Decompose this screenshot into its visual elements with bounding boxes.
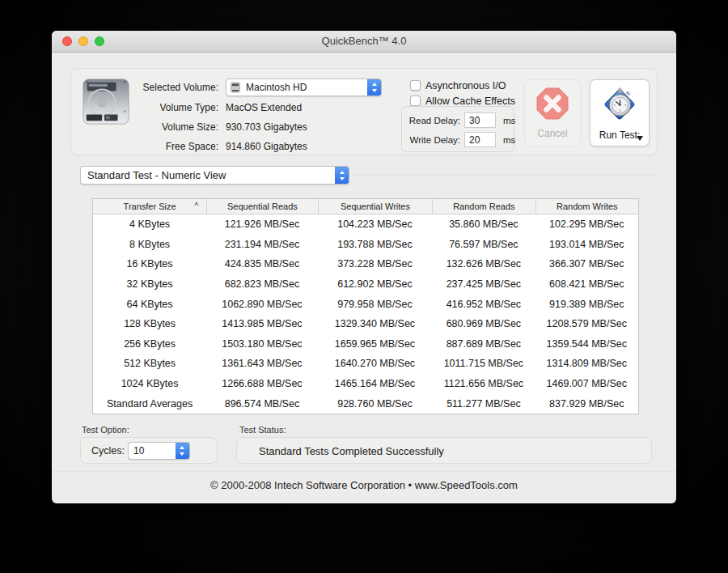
selected-volume-value: Macintosh HD xyxy=(241,82,367,93)
copyright-text: © 2000-2008 Intech Software Corporation … xyxy=(52,479,676,491)
run-test-dropdown-icon[interactable] xyxy=(637,136,643,141)
transfer-size-cell: 8 KBytes xyxy=(93,235,206,255)
table-row[interactable]: 1024 KBytes 1266.688 MB/Sec 1465.164 MB/… xyxy=(93,374,638,394)
sequential-reads-cell: 1062.890 MB/Sec xyxy=(206,294,317,314)
async-io-checkbox-row: Asynchronous I/O xyxy=(410,78,506,93)
sequential-reads-cell: 121.926 MB/Sec xyxy=(206,214,317,235)
random-reads-cell: 680.969 MB/Sec xyxy=(432,314,535,334)
free-space-label: Free Space: xyxy=(71,141,218,152)
random-writes-cell: 102.295 MB/Sec xyxy=(535,214,638,235)
divider xyxy=(52,471,676,472)
write-delay-input[interactable] xyxy=(464,132,496,147)
run-test-button-label: Run Test: xyxy=(599,129,640,141)
table-row[interactable]: 256 KBytes 1503.180 MB/Sec 1659.965 MB/S… xyxy=(93,334,638,354)
sequential-writes-cell: 1329.340 MB/Sec xyxy=(318,314,433,334)
column-header-sequential-reads[interactable]: Sequential Reads xyxy=(206,199,317,214)
random-reads-cell: 35.860 MB/Sec xyxy=(432,214,535,235)
random-writes-cell: 366.307 MB/Sec xyxy=(535,254,638,274)
sequential-reads-cell: 1413.985 MB/Sec xyxy=(206,314,317,334)
read-delay-label: Read Delay: xyxy=(402,116,460,125)
sequential-reads-cell: 424.835 MB/Sec xyxy=(206,254,317,274)
sequential-reads-cell: 682.823 MB/Sec xyxy=(206,274,317,295)
sequential-reads-cell: 231.194 MB/Sec xyxy=(206,235,317,255)
table-row[interactable]: 64 KBytes 1062.890 MB/Sec 979.958 MB/Sec… xyxy=(93,294,638,314)
table-header-row: Transfer Size ^ Sequential Reads Sequent… xyxy=(93,199,638,214)
column-header-transfer-size[interactable]: Transfer Size ^ xyxy=(93,199,206,214)
window-title: QuickBench™ 4.0 xyxy=(52,31,676,52)
write-delay-unit: ms xyxy=(503,135,515,145)
table-row[interactable]: 512 KBytes 1361.643 MB/Sec 1640.270 MB/S… xyxy=(93,354,638,374)
random-reads-cell: 1121.656 MB/Sec xyxy=(432,374,535,394)
stopwatch-icon xyxy=(601,86,638,126)
run-test-button[interactable]: Run Test: xyxy=(590,79,650,146)
column-header-random-reads[interactable]: Random Reads xyxy=(432,199,535,214)
random-reads-cell: 1011.715 MB/Sec xyxy=(432,354,535,374)
cancel-button[interactable]: Cancel xyxy=(524,79,581,146)
sequential-reads-cell: 1266.688 MB/Sec xyxy=(206,374,317,394)
sequential-writes-cell: 612.902 MB/Sec xyxy=(318,274,433,295)
random-writes-cell: 1469.007 MB/Sec xyxy=(535,374,638,394)
test-status-message: Standard Tests Completed Successfully xyxy=(259,438,444,465)
popup-stepper-icon xyxy=(335,167,349,184)
random-writes-cell: 1314.809 MB/Sec xyxy=(535,354,638,374)
transfer-size-cell: 32 KBytes xyxy=(93,274,206,295)
sequential-writes-cell: 104.223 MB/Sec xyxy=(318,214,433,235)
close-window-button[interactable] xyxy=(62,36,72,46)
test-status-section-label: Test Status: xyxy=(239,425,286,435)
async-io-label: Asynchronous I/O xyxy=(425,80,506,91)
random-writes-cell: 1208.579 MB/Sec xyxy=(535,314,638,334)
random-writes-cell: 837.929 MB/Sec xyxy=(535,393,638,414)
transfer-size-cell: 4 KBytes xyxy=(93,214,206,235)
mini-drive-icon xyxy=(230,82,241,93)
sequential-writes-cell: 1640.270 MB/Sec xyxy=(318,354,433,374)
quickbench-window: QuickBench™ 4.0 xyxy=(52,31,676,503)
random-reads-cell: 132.626 MB/Sec xyxy=(432,254,535,274)
volume-panel: Selected Volume: Macintosh HD Volume Typ… xyxy=(70,68,658,155)
transfer-size-cell: 64 KBytes xyxy=(93,294,206,314)
sequential-writes-cell: 1465.164 MB/Sec xyxy=(318,374,433,394)
cycles-value: 10 xyxy=(129,445,176,456)
stop-x-icon xyxy=(535,86,570,125)
popup-stepper-icon xyxy=(367,79,381,96)
test-option-panel: Cycles: 10 xyxy=(80,437,218,464)
column-header-random-writes[interactable]: Random Writes xyxy=(535,199,638,214)
view-mode-popup[interactable]: Standard Test - Numeric View xyxy=(80,166,349,185)
volume-size-label: Volume Size: xyxy=(71,121,218,133)
table-row[interactable]: Standard Averages 896.574 MB/Sec 928.760… xyxy=(93,393,638,414)
transfer-size-cell: 512 KBytes xyxy=(93,354,206,374)
test-option-section-label: Test Option: xyxy=(82,425,129,435)
table-row[interactable]: 4 KBytes 121.926 MB/Sec 104.223 MB/Sec 3… xyxy=(93,214,638,235)
random-reads-cell: 416.952 MB/Sec xyxy=(432,294,535,314)
random-writes-cell: 1359.544 MB/Sec xyxy=(535,334,638,354)
random-reads-cell: 76.597 MB/Sec xyxy=(432,235,535,255)
sequential-reads-cell: 1361.643 MB/Sec xyxy=(206,354,317,374)
zoom-window-button[interactable] xyxy=(95,36,104,46)
minimize-window-button[interactable] xyxy=(78,36,88,46)
transfer-size-cell: 16 KBytes xyxy=(93,254,206,274)
table-row[interactable]: 128 KBytes 1413.985 MB/Sec 1329.340 MB/S… xyxy=(93,314,638,334)
table-row[interactable]: 32 KBytes 682.823 MB/Sec 612.902 MB/Sec … xyxy=(93,274,638,295)
allow-cache-checkbox[interactable] xyxy=(410,96,421,106)
column-header-sequential-writes[interactable]: Sequential Writes xyxy=(318,199,433,214)
random-reads-cell: 237.425 MB/Sec xyxy=(432,274,535,295)
title-bar[interactable]: QuickBench™ 4.0 xyxy=(52,31,676,53)
sequential-writes-cell: 979.958 MB/Sec xyxy=(318,294,433,314)
view-mode-value: Standard Test - Numeric View xyxy=(81,169,335,181)
selected-volume-popup[interactable]: Macintosh HD xyxy=(226,79,382,96)
free-space-value: 914.860 Gigabytes xyxy=(226,141,307,152)
sequential-reads-cell: 1503.180 MB/Sec xyxy=(206,334,317,354)
transfer-size-cell: 1024 KBytes xyxy=(93,374,206,394)
table-row[interactable]: 8 KBytes 231.194 MB/Sec 193.788 MB/Sec 7… xyxy=(93,235,638,255)
results-body: 4 KBytes 121.926 MB/Sec 104.223 MB/Sec 3… xyxy=(93,214,638,414)
cycles-label: Cycles: xyxy=(91,445,125,456)
table-row[interactable]: 16 KBytes 424.835 MB/Sec 373.228 MB/Sec … xyxy=(93,254,638,274)
read-delay-input[interactable] xyxy=(464,112,496,128)
sequential-reads-cell: 896.574 MB/Sec xyxy=(206,393,317,414)
transfer-size-cell: 128 KBytes xyxy=(93,314,206,334)
write-delay-label: Write Delay: xyxy=(402,135,460,145)
volume-size-value: 930.703 Gigabytes xyxy=(226,121,307,133)
async-io-checkbox[interactable] xyxy=(410,80,421,91)
cycles-stepper[interactable]: 10 xyxy=(128,442,190,460)
delay-settings-box: Read Delay: ms Write Delay: ms xyxy=(401,106,514,152)
test-status-panel: Standard Tests Completed Successfully xyxy=(236,437,652,464)
